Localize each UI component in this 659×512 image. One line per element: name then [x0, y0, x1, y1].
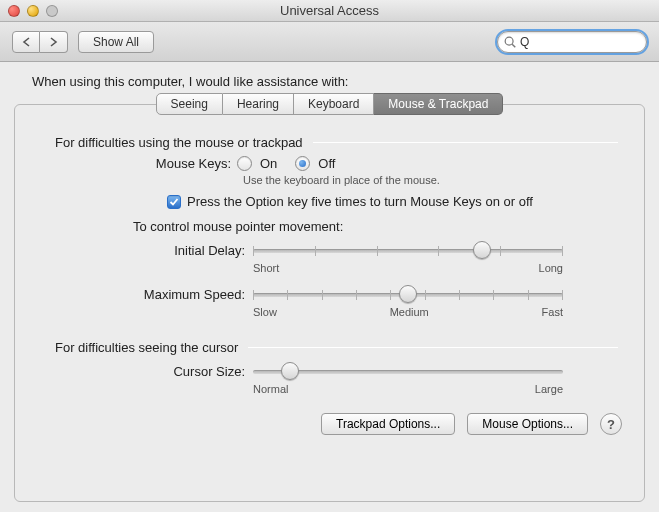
- control-movement-label: To control mouse pointer movement:: [133, 219, 622, 234]
- mouse-keys-off-label: Off: [318, 156, 335, 171]
- svg-line-1: [512, 44, 515, 47]
- mouse-keys-label: Mouse Keys:: [37, 156, 237, 171]
- window-titlebar: Universal Access: [0, 0, 659, 22]
- mouse-options-button[interactable]: Mouse Options...: [467, 413, 588, 435]
- max-speed-slider[interactable]: [253, 284, 563, 304]
- close-window-button[interactable]: [8, 5, 20, 17]
- initial-delay-label: Initial Delay:: [37, 243, 253, 258]
- max-speed-mid: Medium: [390, 306, 429, 318]
- max-speed-max: Fast: [542, 306, 563, 318]
- section-difficulties-using: For difficulties using the mouse or trac…: [55, 135, 303, 150]
- cursor-size-label: Cursor Size:: [37, 364, 253, 379]
- initial-delay-max: Long: [539, 262, 563, 274]
- option-five-times-checkbox[interactable]: [167, 195, 181, 209]
- initial-delay-slider[interactable]: [253, 240, 563, 260]
- tab-seeing[interactable]: Seeing: [156, 93, 223, 115]
- mouse-keys-on-label: On: [260, 156, 277, 171]
- section-difficulties-seeing: For difficulties seeing the cursor: [55, 340, 238, 355]
- svg-point-0: [505, 37, 513, 45]
- tab-hearing[interactable]: Hearing: [223, 93, 294, 115]
- chevron-left-icon: [22, 37, 31, 47]
- show-all-button[interactable]: Show All: [78, 31, 154, 53]
- max-speed-min: Slow: [253, 306, 277, 318]
- initial-delay-min: Short: [253, 262, 279, 274]
- chevron-right-icon: [49, 37, 58, 47]
- max-speed-label: Maximum Speed:: [37, 287, 253, 302]
- cursor-size-max: Large: [535, 383, 563, 395]
- tab-mouse-trackpad[interactable]: Mouse & Trackpad: [374, 93, 503, 115]
- tab-bar: Seeing Hearing Keyboard Mouse & Trackpad: [14, 93, 645, 115]
- mouse-trackpad-panel: For difficulties using the mouse or trac…: [14, 104, 645, 502]
- divider: [248, 347, 618, 348]
- search-input[interactable]: [497, 31, 647, 53]
- zoom-window-button[interactable]: [46, 5, 58, 17]
- cursor-size-min: Normal: [253, 383, 288, 395]
- search-icon: [503, 35, 517, 49]
- toolbar: Show All: [0, 22, 659, 62]
- mouse-keys-on-radio[interactable]: [237, 156, 252, 171]
- intro-text: When using this computer, I would like a…: [32, 74, 645, 89]
- option-five-times-label: Press the Option key five times to turn …: [187, 194, 533, 209]
- back-button[interactable]: [12, 31, 40, 53]
- tab-keyboard[interactable]: Keyboard: [294, 93, 374, 115]
- content-area: When using this computer, I would like a…: [0, 62, 659, 512]
- window-title: Universal Access: [0, 3, 659, 18]
- mouse-keys-off-radio[interactable]: [295, 156, 310, 171]
- mouse-keys-hint: Use the keyboard in place of the mouse.: [243, 174, 622, 186]
- divider: [313, 142, 618, 143]
- cursor-size-slider[interactable]: [253, 361, 563, 381]
- check-icon: [169, 197, 179, 207]
- help-button[interactable]: ?: [600, 413, 622, 435]
- trackpad-options-button[interactable]: Trackpad Options...: [321, 413, 455, 435]
- minimize-window-button[interactable]: [27, 5, 39, 17]
- forward-button[interactable]: [40, 31, 68, 53]
